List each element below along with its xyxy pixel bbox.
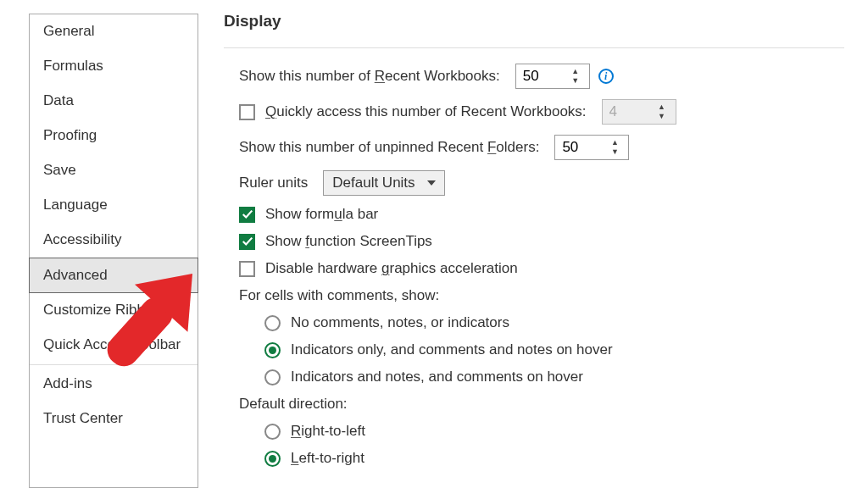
row-disable-hw: Disable hardware graphics acceleration — [224, 260, 844, 277]
sidebar-item-save[interactable]: Save — [30, 153, 198, 188]
spinner-quick-access: ▲▼ — [602, 99, 676, 125]
checkbox-screentips[interactable] — [239, 234, 255, 250]
row-ruler-units: Ruler units Default Units — [224, 170, 844, 196]
radio-no-comments[interactable] — [264, 315, 281, 331]
label-formula-bar: Show formula bar — [265, 206, 378, 223]
sidebar-item-add-ins[interactable]: Add-ins — [30, 367, 198, 402]
sidebar-item-general[interactable]: General — [30, 14, 198, 49]
options-main: Display Show this number of Recent Workb… — [198, 0, 868, 488]
info-icon[interactable]: i — [598, 69, 614, 84]
label-screentips: Show function ScreenTips — [265, 233, 432, 250]
row-comments-opt2: Indicators and notes, and comments on ho… — [224, 369, 844, 385]
row-recent-workbooks: Show this number of Recent Workbooks: ▲▼… — [224, 64, 844, 89]
section-title-display: Display — [224, 12, 844, 30]
row-formula-bar: Show formula bar — [224, 206, 844, 223]
sidebar-item-formulas[interactable]: Formulas — [30, 49, 198, 84]
row-comments-opt1: Indicators only, and comments and notes … — [224, 341, 844, 358]
label-ruler-units: Ruler units — [239, 175, 308, 191]
options-sidebar: General Formulas Data Proofing Save Lang… — [29, 14, 198, 488]
label-ltr: Left-to-right — [291, 450, 364, 467]
label-recent-folders: Show this number of unpinned Recent Fold… — [239, 139, 539, 156]
checkbox-quick-access[interactable] — [239, 104, 255, 120]
label-indicators-only: Indicators only, and comments and notes … — [291, 341, 613, 358]
input-recent-workbooks[interactable] — [516, 64, 567, 88]
sidebar-item-advanced[interactable]: Advanced — [29, 258, 198, 293]
sidebar-item-trust-center[interactable]: Trust Center — [30, 402, 198, 436]
chevron-down-icon — [427, 180, 436, 186]
row-screentips: Show function ScreenTips — [224, 233, 844, 250]
radio-indicators-only[interactable] — [264, 342, 281, 358]
heading-comments: For cells with comments, show: — [224, 287, 844, 304]
sidebar-item-proofing[interactable]: Proofing — [30, 119, 198, 153]
spinner-recent-workbooks[interactable]: ▲▼ — [515, 64, 590, 89]
spinner-arrows-icon: ▲▼ — [654, 100, 670, 124]
label-quick-access: Quickly access this number of Recent Wor… — [265, 103, 587, 120]
spinner-arrows-icon[interactable]: ▲▼ — [567, 64, 584, 88]
checkbox-disable-hw[interactable] — [239, 261, 255, 277]
sidebar-item-accessibility[interactable]: Accessibility — [30, 223, 198, 258]
label-disable-hw: Disable hardware graphics acceleration — [265, 260, 518, 277]
spinner-recent-folders[interactable]: ▲▼ — [554, 135, 629, 160]
label-rtl: Right-to-left — [291, 423, 365, 440]
sidebar-item-quick-access-toolbar[interactable]: Quick Access Toolbar — [30, 328, 198, 363]
heading-direction: Default direction: — [224, 396, 844, 413]
row-direction-ltr: Left-to-right — [224, 450, 844, 467]
radio-ltr[interactable] — [264, 451, 281, 467]
spinner-arrows-icon[interactable]: ▲▼ — [606, 136, 623, 159]
sidebar-item-customize-ribbon[interactable]: Customize Ribbon — [30, 293, 198, 328]
row-direction-rtl: Right-to-left — [224, 423, 844, 440]
radio-rtl[interactable] — [264, 424, 281, 440]
sidebar-item-data[interactable]: Data — [30, 84, 198, 119]
sidebar-item-language[interactable]: Language — [30, 188, 198, 223]
input-quick-access — [603, 100, 654, 124]
label-no-comments: No comments, notes, or indicators — [291, 314, 509, 331]
label-indicators-notes: Indicators and notes, and comments on ho… — [291, 369, 583, 385]
checkbox-formula-bar[interactable] — [239, 207, 255, 223]
row-comments-opt0: No comments, notes, or indicators — [224, 314, 844, 331]
row-quick-access: Quickly access this number of Recent Wor… — [224, 99, 844, 125]
label-recent-workbooks: Show this number of Recent Workbooks: — [239, 68, 500, 85]
input-recent-folders[interactable] — [555, 136, 606, 159]
radio-indicators-notes[interactable] — [264, 369, 281, 385]
row-recent-folders: Show this number of unpinned Recent Fold… — [224, 135, 844, 160]
select-ruler-units[interactable]: Default Units — [323, 170, 444, 196]
